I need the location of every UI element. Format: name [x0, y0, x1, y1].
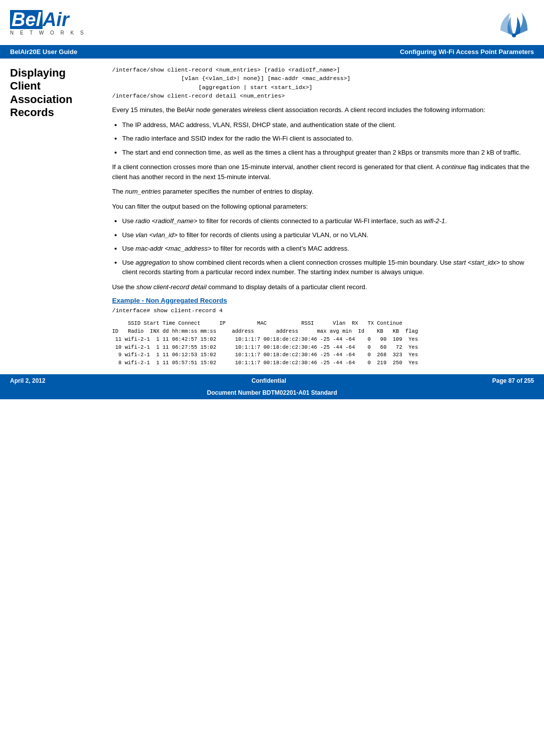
logo-networks: N E T W O R K S — [10, 30, 86, 36]
continue-paragraph: If a client connection crosses more than… — [112, 162, 534, 182]
footer-doc-number: Document Number BDTM02201-A01 Standard — [0, 387, 544, 399]
svg-point-0 — [512, 34, 516, 38]
para5-prefix: Use the — [112, 283, 136, 291]
filter-bullet-3: Use mac-addr <mac_address> to filter for… — [122, 244, 534, 254]
filter-bullet-2: Use vlan <vlan_id> to filter for records… — [122, 230, 534, 240]
page-header: BelAir N E T W O R K S — [0, 0, 544, 45]
left-column: Displaying Client Association Records — [0, 59, 105, 374]
filter-intro-paragraph: You can filter the output based on the f… — [112, 202, 534, 212]
filter-bullet-4: Use aggregation to show combined client … — [122, 258, 534, 277]
nav-bar: BelAir20E User Guide Configuring Wi-Fi A… — [0, 45, 544, 59]
para2-prefix: If a client connection crosses more than… — [112, 163, 441, 171]
footer-page: Page 87 of 255 — [492, 377, 534, 384]
belair-logo: BelAir — [10, 10, 86, 29]
para5-suffix: command to display details of a particul… — [207, 283, 367, 291]
num-entries-paragraph: The num_entries parameter specifies the … — [112, 187, 534, 197]
detail-command-paragraph: Use the show client-record detail comman… — [112, 282, 534, 292]
bullet-3: The start and end connection time, as we… — [122, 148, 534, 158]
logo-area: BelAir N E T W O R K S — [10, 10, 86, 36]
filter-bullet-1: Use radio <radioIf_name> to filter for r… — [122, 216, 534, 226]
bullet-1: The IP address, MAC address, VLAN, RSSI,… — [122, 120, 534, 130]
nav-left: BelAir20E User Guide — [10, 48, 77, 56]
right-column: /interface/show client-record <num_entri… — [105, 59, 544, 374]
show-detail-italic: show client-record detail — [136, 283, 206, 291]
footer-date: April 2, 2012 — [10, 377, 46, 384]
intro-paragraph: Every 15 minutes, the BelAir node genera… — [112, 105, 534, 115]
para3-prefix: The — [112, 188, 125, 195]
example-table-code: SSID Start Time Connect IP MAC RSSI Vlan… — [112, 320, 534, 367]
logo-air: Air — [43, 10, 69, 29]
logo-bel: Bel — [10, 10, 43, 29]
footer-bar: April 2, 2012 Confidential Page 87 of 25… — [0, 374, 544, 387]
example-heading: Example - Non Aggregated Records — [112, 297, 534, 304]
section-title: Displaying Client Association Records — [10, 67, 99, 120]
continue-italic: continue — [441, 163, 466, 171]
num-entries-italic: num_entries — [125, 188, 161, 195]
main-content: Displaying Client Association Records /i… — [0, 59, 544, 374]
nav-right: Configuring Wi-Fi Access Point Parameter… — [400, 48, 534, 56]
para3-suffix: parameter specifies the number of entrie… — [161, 188, 314, 195]
belair-icon — [494, 5, 534, 40]
syntax-code-block: /interface/show client-record <num_entri… — [112, 66, 534, 100]
filter-bullets: Use radio <radioIf_name> to filter for r… — [122, 216, 534, 277]
info-bullets: The IP address, MAC address, VLAN, RSSI,… — [122, 120, 534, 158]
footer-confidential: Confidential — [46, 377, 492, 384]
bullet-2: The radio interface and SSID index for t… — [122, 134, 534, 144]
example-command-code: /interface# show client-record 4 — [112, 306, 534, 315]
